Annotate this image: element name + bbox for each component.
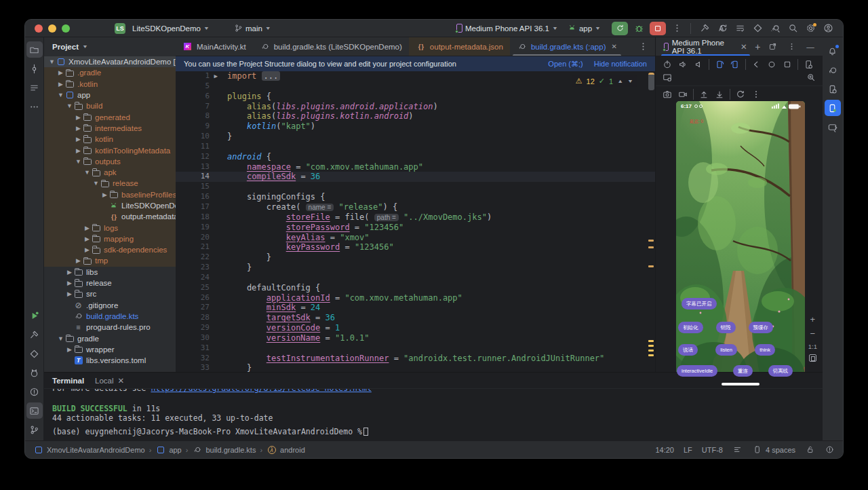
- tree-item-kotlintoolingmetadata[interactable]: ▶kotlinToolingMetadata: [44, 145, 176, 155]
- app-button-interactiveIdle[interactable]: interactiveIdle: [677, 365, 717, 377]
- banner-open-link[interactable]: Open (⌘;): [548, 60, 583, 69]
- terminal-output[interactable]: For more details see https://docs.gradle…: [44, 389, 823, 437]
- inspections-widget[interactable]: ⚠12 ✓1 ▲ ▼: [572, 75, 637, 87]
- code-inspections-button[interactable]: [714, 21, 730, 36]
- tool-stripe-problems-button[interactable]: [26, 383, 43, 400]
- upload-button[interactable]: [696, 88, 711, 100]
- terminal-link[interactable]: https://docs.gradle.org/8.13/release-not…: [151, 389, 371, 393]
- tree-item-release[interactable]: ▶release: [44, 278, 176, 288]
- power-button[interactable]: [660, 58, 675, 71]
- collapse-icon[interactable]: ▼: [57, 92, 64, 98]
- tree-item-gradle[interactable]: ▼gradle: [44, 333, 176, 343]
- app-button-初始化[interactable]: 初始化: [678, 322, 703, 333]
- project-widget[interactable]: LS LiteSDKOpenDemo ▼: [111, 22, 214, 35]
- download-button[interactable]: [712, 88, 727, 100]
- tree-item-kotlin[interactable]: ▶kotlin: [44, 134, 176, 145]
- run-configuration[interactable]: app ▼: [564, 22, 605, 34]
- breadcrumb-xmovliteavatarandroiddemo[interactable]: XmovLiteAvatarAndroidDemo: [33, 445, 145, 455]
- settings-button[interactable]: [802, 21, 818, 36]
- more-button[interactable]: [749, 88, 764, 100]
- collapse-icon[interactable]: ▼: [75, 158, 82, 165]
- device-settings-button[interactable]: [801, 58, 816, 71]
- editor-scrollbar[interactable]: [647, 71, 655, 372]
- screenshot-button[interactable]: [660, 88, 675, 100]
- app-button-字幕已开启[interactable]: 字幕已开启: [682, 298, 717, 309]
- rotate-right-button[interactable]: [728, 58, 743, 71]
- more-button[interactable]: [669, 21, 685, 36]
- panel-options-button[interactable]: [783, 39, 800, 54]
- expand-icon[interactable]: ▶: [57, 69, 64, 76]
- maximize-button[interactable]: [62, 24, 70, 33]
- zoom-in-button[interactable]: +: [810, 314, 816, 324]
- expand-icon[interactable]: ▶: [75, 114, 82, 121]
- stop-button[interactable]: [650, 22, 666, 35]
- minimize-button[interactable]: [48, 24, 56, 33]
- tree-item-mapping[interactable]: ▶mapping: [44, 233, 176, 244]
- tool-stripe-running-devices-button[interactable]: [825, 100, 841, 116]
- line-separator[interactable]: LF: [684, 446, 692, 454]
- tree-item-litesdkopendemo-[interactable]: LiteSDKOpenDemo_: [44, 200, 176, 211]
- editor-tab-mainactivity.kt[interactable]: KMainActivity.kt: [176, 37, 253, 56]
- tree-item-intermediates[interactable]: ▶intermediates: [44, 123, 176, 134]
- tree-item-sdk-dependencies[interactable]: ▶sdk-dependencies: [44, 244, 176, 255]
- device-selector[interactable]: Medium Phone API 36.1 ▼: [452, 22, 562, 34]
- volume-down-button[interactable]: [691, 58, 706, 71]
- volume-up-button[interactable]: [675, 58, 690, 71]
- vcs-branch-widget[interactable]: main ▼: [230, 22, 275, 34]
- editor-tab-build.gradle.kts-litesdkopendemo-[interactable]: build.gradle.kts (LiteSDKOpenDemo): [253, 37, 409, 56]
- breadcrumb-android[interactable]: λandroid: [267, 445, 305, 455]
- search-button[interactable]: [785, 21, 801, 36]
- tree-item-outputs[interactable]: ▼outputs: [44, 156, 176, 167]
- collapse-icon[interactable]: ▼: [57, 335, 64, 342]
- collapse-icon[interactable]: ▼: [66, 102, 73, 109]
- app-button-说话[interactable]: 说话: [678, 344, 698, 356]
- tool-stripe-structure-button[interactable]: [26, 79, 43, 96]
- expand-icon[interactable]: ▶: [66, 269, 73, 276]
- tool-stripe-profiler-button[interactable]: [26, 345, 43, 362]
- expand-icon[interactable]: ▶: [66, 346, 73, 353]
- fold-icon[interactable]: ▶: [214, 71, 218, 81]
- zoom-mode-button[interactable]: [804, 71, 818, 83]
- emulator-screen[interactable]: 6:17 延迟: 0 字幕已开启初始化销毁预缓存说话listenthinkint…: [676, 101, 805, 388]
- tool-stripe-project-button[interactable]: [26, 41, 43, 58]
- tree-item-logs[interactable]: ▶logs: [44, 222, 176, 233]
- expand-icon[interactable]: ▶: [83, 246, 91, 253]
- tree-item-app[interactable]: ▼app: [44, 90, 176, 100]
- terminal-tab-local[interactable]: Local ✕: [95, 376, 124, 385]
- fit-to-window-button[interactable]: [809, 354, 816, 362]
- inspections-status-icon[interactable]: [825, 445, 835, 455]
- close-button[interactable]: [35, 24, 43, 33]
- close-tab-icon[interactable]: ✕: [741, 42, 747, 52]
- editor-tabs-options-button[interactable]: [631, 37, 655, 56]
- expand-icon[interactable]: ▶: [57, 81, 64, 88]
- snapshot-button[interactable]: [733, 88, 748, 100]
- tool-stripe-gradle-button[interactable]: [825, 62, 841, 78]
- tree-item-.gitignore[interactable]: ⊘.gitignore: [44, 300, 176, 311]
- account-button[interactable]: [820, 21, 836, 36]
- tree-item-apk[interactable]: ▼apk: [44, 167, 176, 178]
- tree-item-release[interactable]: ▼release: [44, 178, 176, 189]
- tree-item-libs.versions.toml[interactable]: Tlibs.versions.toml: [44, 355, 176, 366]
- rotate-left-button[interactable]: [712, 58, 727, 71]
- tree-item-tmp[interactable]: ▶tmp: [44, 255, 176, 266]
- expand-icon[interactable]: ▶: [66, 290, 73, 297]
- app-button-listen[interactable]: listen: [715, 344, 737, 356]
- expand-icon[interactable]: ▶: [83, 235, 91, 242]
- file-encoding[interactable]: UTF-8: [702, 446, 723, 454]
- tree-item-src[interactable]: ▶src: [44, 288, 176, 299]
- display-settings-button[interactable]: [660, 71, 675, 83]
- tool-stripe-gemini-button[interactable]: [825, 119, 841, 135]
- code-editor[interactable]: 1▶import ...56plugins {7 alias(libs.plug…: [176, 71, 655, 372]
- prev-problem-icon[interactable]: ▲: [617, 79, 623, 84]
- collapse-icon[interactable]: ▼: [48, 58, 56, 65]
- home-indicator[interactable]: [722, 383, 760, 385]
- collapse-icon[interactable]: ▼: [92, 180, 100, 187]
- zoom-ratio-button[interactable]: 1:1: [808, 343, 817, 350]
- editor-tab-build.gradle.kts-app-[interactable]: build.gradle.kts (:app)✕: [510, 37, 624, 56]
- tree-item-build[interactable]: ▼build: [44, 100, 176, 111]
- lock-open-icon[interactable]: [805, 445, 815, 455]
- app-button-切离线[interactable]: 切离线: [768, 365, 793, 377]
- debug-button[interactable]: [631, 21, 647, 36]
- tool-stripe-notifications-button[interactable]: [825, 43, 841, 59]
- zoom-out-button[interactable]: −: [810, 328, 816, 339]
